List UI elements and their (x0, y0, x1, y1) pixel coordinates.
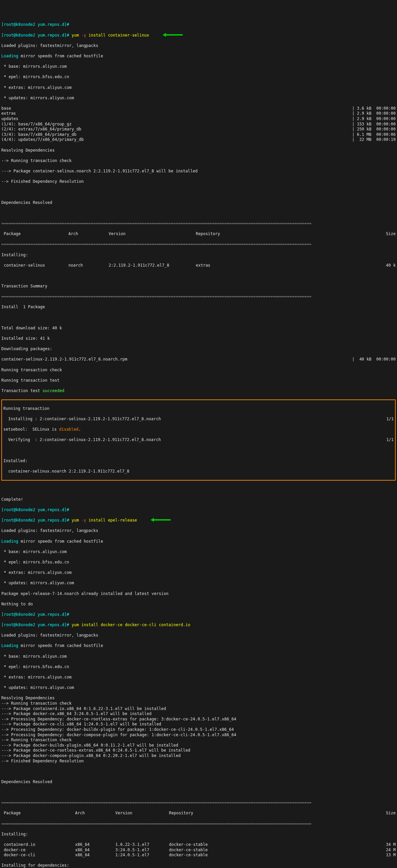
table-row: containerd.iox86_641.6.22-3.1.el7docker-… (1, 842, 396, 847)
loaded-plugins: Loaded plugins: fastestmirror, langpacks (1, 43, 396, 49)
deps-resolved: Dependencies Resolved (1, 200, 396, 206)
table-header: PackageArchVersionRepositorySize (1, 811, 396, 816)
repo-row: updates| 2.9 kB 00:00:00 (1, 116, 396, 122)
nothing-to-do: Nothing to do (1, 602, 396, 607)
table-row: docker-ce-clix86_641:24.0.5-1.el7docker-… (1, 852, 396, 858)
installing-deps-header: Installing for dependencies: (1, 863, 396, 868)
repo-row: (1/4): base/7/x86_64/group_gz| 153 kB 00… (1, 122, 396, 127)
cmd-line-3: [root@k8snode2 yum.repos.d]# yum install… (1, 622, 396, 628)
disabled-label: disabled (59, 427, 78, 432)
cmd-line-1: [root@k8snode2 yum.repos.d]# yum -y inst… (1, 33, 396, 38)
arrow-icon (151, 518, 171, 523)
terminal[interactable]: [root@k8snode2 yum.repos.d]# [root@k8sno… (1, 17, 396, 868)
repo-list: base| 3.6 kB 00:00:00extras| 2.9 kB 00:0… (1, 106, 396, 143)
resolving: Resolving Dependencies (1, 148, 396, 153)
cmd-line-2: [root@k8snode2 yum.repos.d]# yum -y inst… (1, 518, 396, 523)
mirror-updates: * updates: mirrors.aliyun.com (1, 96, 396, 101)
svg-marker-0 (163, 33, 183, 37)
prompt-line: [root@k8snode2 yum.repos.d]# (1, 22, 396, 28)
arrow-icon (163, 33, 183, 38)
separator: ========================================… (1, 221, 396, 226)
loading-line: Loading mirror speeds from cached hostfi… (1, 54, 396, 59)
package-list: containerd.iox86_641.6.22-3.1.el7docker-… (1, 842, 396, 858)
highlight-box-1: Running transaction Installing : 2:conta… (1, 399, 396, 480)
prompt: [root@k8snode2 yum.repos.d]# (1, 22, 69, 27)
repo-row: (4/4): updates/7/x86_64/primary_db| 22 M… (1, 137, 396, 143)
transaction-summary: Transaction Summary (1, 284, 396, 289)
already-installed: Package epel-release-7-14.noarch already… (1, 591, 396, 597)
resolve-block: Resolving Dependencies--> Running transa… (1, 695, 396, 764)
repo-row: (3/4): base/7/x86_64/primary_db| 6.1 MB … (1, 132, 396, 137)
complete-label: Complete! (1, 497, 396, 502)
prompt-line: [root@k8snode2 yum.repos.d]# (1, 612, 396, 617)
mirror-epel: * epel: mirrors.bfsu.edu.cn (1, 74, 396, 80)
svg-marker-1 (151, 518, 171, 522)
table-header: PackageArchVersionRepositorySize (1, 231, 396, 237)
installing-header: Installing: (1, 253, 396, 258)
succeeded: succeeded (42, 389, 64, 393)
repo-row: extras| 2.9 kB 00:00:00 (1, 111, 396, 116)
table-row: docker-cex86_643:24.0.5-1.el7docker-ce-s… (1, 847, 396, 853)
mirror-extras: * extras: mirrors.aliyun.com (1, 85, 396, 91)
mirror-base: * base: mirrors.aliyun.com (1, 64, 396, 69)
install-count: Install 1 Package (1, 305, 396, 310)
prompt-line: [root@k8snode2 yum.repos.d]# (1, 507, 396, 513)
repo-row: (2/4): extras/7/x86_64/primary_db| 250 k… (1, 127, 396, 132)
table-row: container-selinuxnoarch2:2.119.2-1.911c7… (1, 263, 396, 268)
repo-row: base| 3.6 kB 00:00:00 (1, 106, 396, 111)
